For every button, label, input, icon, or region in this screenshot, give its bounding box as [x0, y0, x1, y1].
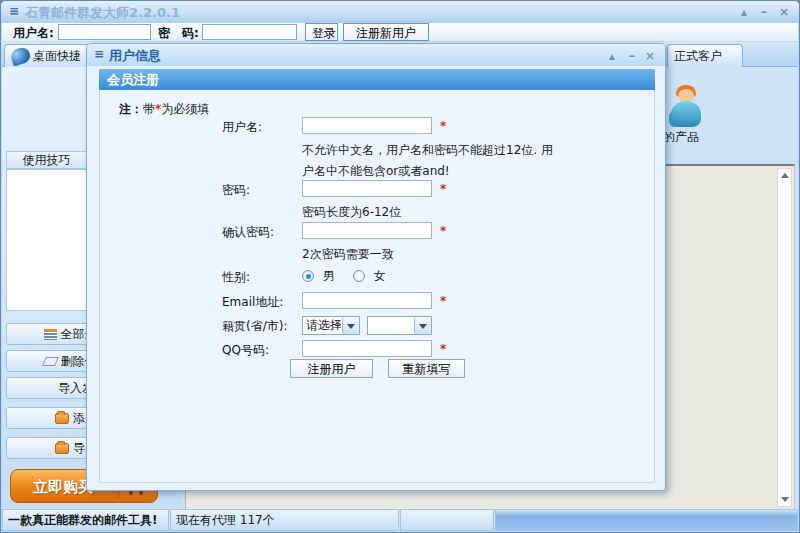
close-icon[interactable]: × — [779, 5, 789, 19]
user-info-dialog: ≡ 用户信息 ▴ – × 会员注册 注：带*为必须填 用户名: * 不允许中文名… — [86, 43, 666, 491]
province-value: 请选择省 — [303, 317, 342, 334]
province-chevron-down-icon[interactable] — [342, 317, 359, 334]
dialog-minimize-icon[interactable]: ▴ — [609, 49, 615, 63]
password-input[interactable] — [202, 24, 297, 40]
buy-now-label: 立即购买 — [33, 478, 93, 497]
product-caption: 的产品 — [663, 129, 699, 146]
usage-tips-header: 使用技巧 — [6, 151, 87, 169]
confirm-password-label: 确认密码: — [222, 224, 274, 241]
female-radio[interactable] — [353, 270, 365, 282]
status-progress-segment — [495, 509, 798, 531]
scroll-up-icon[interactable] — [781, 173, 789, 178]
qq-label: QQ号码: — [222, 342, 269, 359]
vertical-scrollbar[interactable] — [777, 168, 792, 507]
eraser-icon — [42, 357, 59, 366]
register-user-button[interactable]: 注册用户 — [290, 359, 373, 378]
username-label: 用户名: — [13, 25, 54, 42]
login-bar: 用户名: 密 码: 登录 注册新用户 — [2, 23, 798, 42]
dialog-menu-icon[interactable]: ≡ — [94, 47, 104, 61]
export-folder-icon — [55, 443, 69, 454]
password-label: 密 码: — [158, 25, 199, 42]
confirm-hint: 2次密码需要一致 — [302, 246, 394, 263]
region-label: 籍贯(省/市): — [222, 318, 287, 335]
gender-options: 男 女 — [302, 268, 385, 285]
dialog-close-icon[interactable]: × — [645, 49, 655, 63]
dialog-titlebar: ≡ 用户信息 ▴ – × — [87, 44, 665, 66]
required-note: 注：带*为必须填 — [119, 101, 209, 118]
username-hint-line1: 不允许中文名，用户名和密码不能超过12位. 用 — [302, 142, 553, 159]
scroll-down-icon[interactable] — [781, 497, 789, 502]
confirm-password-input[interactable] — [302, 222, 432, 239]
window-titlebar: ≡ 石青邮件群发大师2.2.0.1 ▴ – × — [1, 1, 799, 23]
restore-icon[interactable]: – — [761, 5, 767, 19]
tab-official-client[interactable]: 正式客户 — [667, 44, 743, 67]
username-hint-line2: 户名中不能包含or或者and! — [302, 163, 450, 180]
email-input[interactable] — [302, 292, 432, 309]
dlg-password-input[interactable] — [302, 180, 432, 197]
qq-input[interactable] — [302, 340, 432, 357]
dolphin-icon — [9, 45, 32, 66]
confirm-required-mark: * — [440, 224, 446, 238]
city-select[interactable] — [367, 316, 432, 335]
tab-official-client-label: 正式客户 — [674, 48, 722, 65]
male-radio[interactable] — [302, 270, 314, 282]
tab-desktop-shortcut[interactable]: 桌面快捷 — [4, 44, 96, 67]
reset-form-button[interactable]: 重新填写 — [388, 359, 465, 378]
login-button[interactable]: 登录 — [305, 23, 338, 41]
city-chevron-down-icon[interactable] — [414, 317, 431, 334]
status-slogan: 一款真正能群发的邮件工具! — [2, 509, 169, 531]
female-label: 女 — [373, 269, 385, 283]
username-input[interactable] — [58, 24, 151, 40]
app-window: ≡ 石青邮件群发大师2.2.0.1 ▴ – × 用户名: 密 码: 登录 注册新… — [0, 0, 800, 533]
password-required-mark: * — [440, 182, 446, 196]
email-required-mark: * — [440, 294, 446, 308]
window-title: 石青邮件群发大师2.2.0.1 — [25, 4, 180, 22]
male-label: 男 — [323, 269, 335, 283]
minimize-icon[interactable]: ▴ — [741, 5, 747, 19]
status-bar: 一款真正能群发的邮件工具! 现在有代理 117个 — [2, 509, 798, 531]
select-all-icon — [44, 329, 57, 340]
register-new-user-button[interactable]: 注册新用户 — [343, 23, 429, 41]
username-required-mark: * — [440, 119, 446, 133]
window-menu-icon[interactable]: ≡ — [9, 4, 19, 18]
dlg-username-label: 用户名: — [222, 119, 262, 136]
dialog-restore-icon[interactable]: – — [629, 49, 635, 63]
dialog-title: 用户信息 — [109, 47, 161, 65]
status-empty-segment — [400, 509, 494, 531]
tab-desktop-shortcut-label: 桌面快捷 — [33, 48, 81, 65]
dlg-username-input[interactable] — [302, 117, 432, 134]
add-folder-icon — [55, 413, 69, 424]
status-agents: 现在有代理 117个 — [170, 509, 399, 531]
province-select[interactable]: 请选择省 — [302, 316, 360, 335]
person-icon[interactable] — [669, 85, 705, 129]
email-label: Email地址: — [222, 294, 283, 311]
password-hint: 密码长度为6-12位 — [302, 204, 401, 221]
member-register-header: 会员注册 — [99, 69, 655, 90]
dlg-password-label: 密码: — [222, 182, 250, 199]
gender-label: 性别: — [222, 269, 250, 286]
usage-tips-list[interactable] — [6, 169, 87, 311]
qq-required-mark: * — [440, 342, 446, 356]
